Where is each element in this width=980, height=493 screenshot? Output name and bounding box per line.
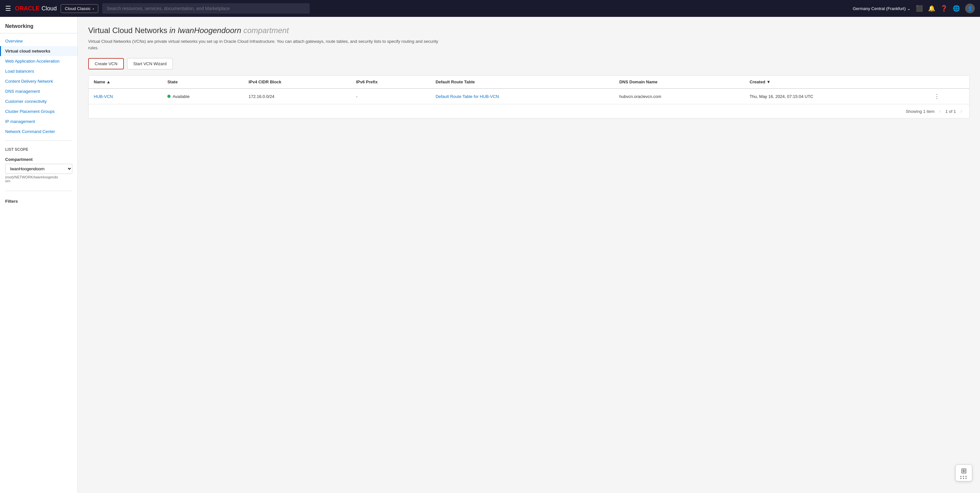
- sidebar-item-network-command-center[interactable]: Network Command Center: [0, 127, 78, 137]
- sidebar-item-load-balancers[interactable]: Load balancers: [0, 66, 78, 76]
- action-buttons: Create VCN Start VCN Wizard: [88, 58, 970, 69]
- filters-label: Filters: [5, 199, 72, 204]
- next-page-button[interactable]: ›: [959, 108, 964, 115]
- dot-2: [963, 476, 964, 477]
- sidebar-item-customer-connectivity[interactable]: Customer connectivity: [0, 96, 78, 107]
- page-title-prefix: Virtual Cloud Networks: [88, 26, 167, 35]
- sidebar-item-content-delivery-network[interactable]: Content Delivery Network: [0, 76, 78, 86]
- col-header-route-table: Default Route Table: [430, 76, 614, 89]
- region-selector[interactable]: Germany Central (Frankfurt) ⌄: [853, 6, 911, 11]
- region-chevron-icon: ⌄: [907, 6, 911, 11]
- table-row: HUB-VCN Available 172.16.0.0/24 - Defaul…: [89, 89, 969, 104]
- vcn-dns-cell: hubvcn.oraclevcn.com: [614, 89, 745, 104]
- status-available-dot: [167, 95, 170, 98]
- oracle-text: ORACLE: [15, 5, 40, 12]
- dot-3: [966, 476, 967, 477]
- dot-4: [960, 478, 961, 479]
- col-header-name[interactable]: Name ▲: [89, 76, 162, 89]
- list-scope-label: List scope: [0, 145, 78, 153]
- start-vcn-wizard-button[interactable]: Start VCN Wizard: [127, 58, 173, 69]
- compartment-path: (root)/NETWORK/IwanHoogendoorn: [5, 175, 72, 183]
- help-fab-dots: [960, 476, 967, 479]
- row-actions-icon[interactable]: ⋮: [934, 93, 940, 100]
- region-label: Germany Central (Frankfurt): [853, 6, 906, 11]
- vcn-table-container: Name ▲ State IPv4 CIDR Block IPv6 Prefix…: [88, 75, 970, 118]
- hamburger-menu[interactable]: ☰: [5, 5, 11, 12]
- help-fab-button[interactable]: ⊞: [955, 464, 972, 481]
- cloud-classic-label: Cloud Classic: [65, 6, 91, 11]
- dot-6: [966, 478, 967, 479]
- col-header-state: State: [162, 76, 243, 89]
- help-fab-icon: ⊞: [961, 467, 967, 475]
- bell-icon[interactable]: 🔔: [928, 5, 935, 12]
- oracle-logo: ORACLE Cloud: [15, 5, 57, 12]
- dot-1: [960, 476, 961, 477]
- vcn-route-table-cell: Default Route Table for HUB-VCN: [430, 89, 614, 104]
- vcn-state-cell: Available: [162, 89, 243, 104]
- sidebar-item-cluster-placement-groups[interactable]: Cluster Placement Groups: [0, 107, 78, 116]
- page-title: Virtual Cloud Networks in IwanHoogendoor…: [88, 26, 970, 35]
- table-header-row: Name ▲ State IPv4 CIDR Block IPv6 Prefix…: [89, 76, 969, 89]
- filters-section: Filters: [0, 195, 78, 204]
- sidebar-divider-2: [5, 191, 72, 191]
- top-navigation: ☰ ORACLE Cloud Cloud Classic › Germany C…: [0, 0, 980, 17]
- cloud-classic-arrow: ›: [93, 6, 94, 11]
- page-description: Virtual Cloud Networks (VCNs) are privat…: [88, 38, 445, 51]
- sidebar-item-web-application-acceleration[interactable]: Web Application Acceleration: [0, 56, 78, 66]
- sidebar: Networking Overview Virtual cloud networ…: [0, 17, 78, 493]
- help-icon[interactable]: ❓: [940, 5, 948, 12]
- sidebar-item-virtual-cloud-networks[interactable]: Virtual cloud networks: [0, 46, 78, 56]
- nav-right: Germany Central (Frankfurt) ⌄ ⬛ 🔔 ❓ 🌐 👤: [853, 3, 975, 13]
- vcn-name-cell: HUB-VCN: [89, 89, 162, 104]
- vcn-table: Name ▲ State IPv4 CIDR Block IPv6 Prefix…: [89, 76, 969, 104]
- vcn-actions-cell: ⋮: [929, 89, 969, 104]
- compartment-label: Compartment: [5, 157, 72, 162]
- page-title-compartment: IwanHoogendoorn: [178, 26, 241, 35]
- vcn-ipv6-cell: -: [351, 89, 430, 104]
- cloud-text: Cloud: [41, 5, 57, 12]
- col-header-actions: [929, 76, 969, 89]
- vcn-name-link[interactable]: HUB-VCN: [94, 94, 113, 99]
- create-vcn-button[interactable]: Create VCN: [88, 58, 124, 69]
- dot-5: [963, 478, 964, 479]
- user-avatar[interactable]: 👤: [965, 3, 975, 13]
- compartment-select[interactable]: IwanHoogendoorn: [5, 164, 72, 174]
- page-label: 1 of 1: [945, 109, 956, 114]
- vcn-ipv4-cell: 172.16.0.0/24: [243, 89, 351, 104]
- pagination-row: Showing 1 item ‹ 1 of 1 ›: [89, 104, 969, 118]
- sidebar-item-dns-management[interactable]: DNS management: [0, 86, 78, 96]
- showing-label: Showing 1 item: [906, 109, 935, 114]
- col-header-created[interactable]: Created ▼: [744, 76, 929, 89]
- console-icon[interactable]: ⬛: [916, 5, 923, 12]
- main-content: Virtual Cloud Networks in IwanHoogendoor…: [78, 17, 980, 493]
- vcn-status: Available: [167, 94, 238, 99]
- sidebar-item-overview[interactable]: Overview: [0, 36, 78, 46]
- vcn-route-table-link[interactable]: Default Route Table for HUB-VCN: [436, 94, 499, 99]
- col-header-dns: DNS Domain Name: [614, 76, 745, 89]
- search-input[interactable]: [102, 3, 310, 14]
- col-header-ipv6: IPv6 Prefix: [351, 76, 430, 89]
- page-title-compartment-label: compartment: [243, 26, 289, 35]
- sidebar-item-ip-management[interactable]: IP management: [0, 116, 78, 127]
- main-layout: Networking Overview Virtual cloud networ…: [0, 17, 980, 493]
- compartment-section: Compartment IwanHoogendoorn (root)/NETWO…: [0, 153, 78, 187]
- prev-page-button[interactable]: ‹: [937, 108, 943, 115]
- cloud-classic-button[interactable]: Cloud Classic ›: [60, 4, 98, 13]
- sidebar-title: Networking: [0, 23, 78, 33]
- vcn-created-cell: Thu, May 16, 2024, 07:15:04 UTC: [744, 89, 929, 104]
- status-available-label: Available: [172, 94, 190, 99]
- page-title-in: in: [169, 26, 177, 35]
- col-header-ipv4: IPv4 CIDR Block: [243, 76, 351, 89]
- globe-icon[interactable]: 🌐: [953, 5, 960, 12]
- sidebar-divider: [5, 140, 72, 141]
